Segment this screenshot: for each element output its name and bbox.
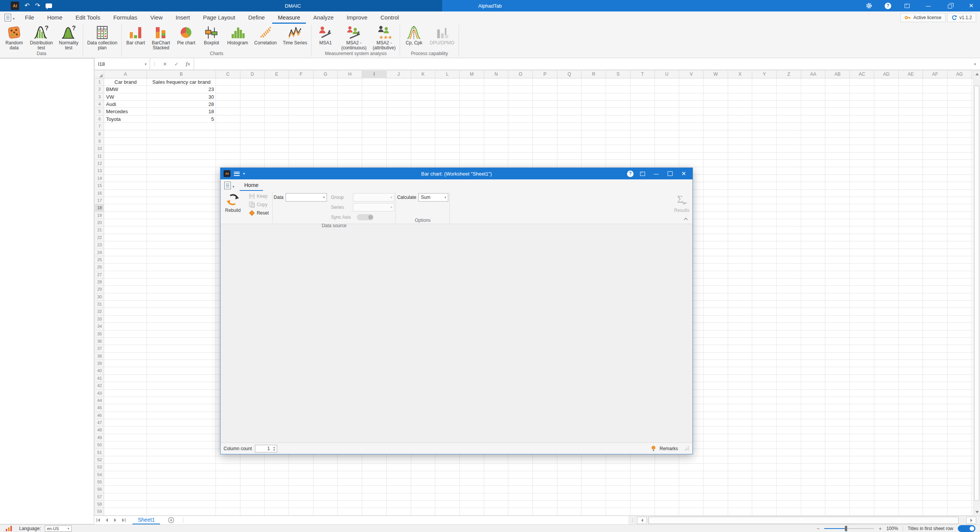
row-header-22[interactable]: 22 [95, 234, 104, 241]
row-header-54[interactable]: 54 [95, 471, 104, 478]
vertical-scroll-thumb[interactable] [974, 86, 979, 501]
file-menu-icon[interactable]: ▾ [5, 14, 15, 22]
msa2-continuous-button[interactable]: MSA2 - (continuous) [338, 24, 369, 50]
tab-analyze[interactable]: Analyze [307, 12, 339, 24]
histogram-button[interactable]: Histogram [224, 24, 251, 46]
vertical-scrollbar[interactable] [974, 71, 980, 516]
settings-gear-icon[interactable] [863, 0, 875, 11]
dialog-maximize-button[interactable] [665, 169, 675, 179]
row-header-3[interactable]: 3 [95, 93, 104, 101]
add-sheet-icon[interactable] [167, 516, 175, 524]
column-header-C[interactable]: C [216, 71, 240, 78]
row-header-15[interactable]: 15 [95, 182, 104, 189]
column-header-W[interactable]: W [704, 71, 728, 78]
dialog-file-menu-icon[interactable]: ▾ [224, 182, 234, 190]
last-sheet-icon[interactable] [119, 516, 128, 524]
spinner-down-icon[interactable]: ▼ [273, 449, 276, 451]
confirm-entry-button[interactable]: ✓ [171, 58, 182, 70]
scroll-right-icon[interactable] [966, 517, 976, 524]
column-header-J[interactable]: J [387, 71, 411, 78]
column-header-AF[interactable]: AF [923, 71, 947, 78]
zoom-slider[interactable] [824, 526, 874, 531]
tab-edit-tools[interactable]: Edit Tools [70, 12, 106, 24]
msa1-button[interactable]: MSA1 [313, 24, 338, 46]
row-header-52[interactable]: 52 [95, 456, 104, 464]
normality-test-button[interactable]: ? Normality test [56, 24, 82, 50]
column-header-Q[interactable]: Q [557, 71, 582, 78]
dialog-titlebar[interactable]: At ▾ Bar chart: (Worksheet "Sheet1") ? —… [220, 168, 693, 179]
row-header-31[interactable]: 31 [95, 301, 104, 308]
dialog-menu-icon[interactable] [234, 172, 240, 176]
tab-page-layout[interactable]: Page Layout [197, 12, 241, 24]
copy-button[interactable]: Copy [249, 201, 269, 208]
tab-control[interactable]: Control [375, 12, 405, 24]
insert-function-button[interactable]: fx [182, 58, 194, 70]
row-header-13[interactable]: 13 [95, 167, 104, 174]
spinner-up-icon[interactable]: ▲ [273, 446, 276, 449]
row-header-36[interactable]: 36 [95, 338, 104, 345]
row-header-20[interactable]: 20 [95, 219, 104, 226]
zoom-in-button[interactable]: + [879, 525, 882, 532]
column-header-L[interactable]: L [435, 71, 460, 78]
column-header-N[interactable]: N [484, 71, 509, 78]
column-header-A[interactable]: A [104, 71, 147, 78]
column-header-E[interactable]: E [265, 71, 289, 78]
data-collection-plan-button[interactable]: Data collection plan [84, 24, 121, 50]
column-header-G[interactable]: G [314, 71, 338, 78]
row-header-49[interactable]: 49 [95, 434, 104, 441]
group-combobox[interactable]: ▾ [353, 193, 394, 202]
row-header-7[interactable]: 7 [95, 123, 104, 130]
column-header-Z[interactable]: Z [777, 71, 801, 78]
grid-cell-B1[interactable]: Sales frequency car brand [147, 78, 216, 86]
msa2-attributive-button[interactable]: ★★★ MSA2 - (attributive) [369, 24, 399, 50]
comment-icon[interactable] [46, 3, 52, 8]
tab-formulas[interactable]: Formulas [108, 12, 143, 24]
column-header-AA[interactable]: AA [801, 71, 826, 78]
column-header-V[interactable]: V [679, 71, 704, 78]
zoom-slider-handle[interactable] [845, 526, 847, 531]
row-header-33[interactable]: 33 [95, 316, 104, 323]
splitter-handle-icon[interactable]: ⋮ [630, 518, 635, 523]
cp-cpk-button[interactable]: Cp, Cpk [401, 24, 426, 46]
column-header-AB[interactable]: AB [826, 71, 850, 78]
dock-window-icon[interactable] [901, 0, 913, 11]
column-header-P[interactable]: P [533, 71, 557, 78]
series-combobox[interactable]: ▾ [353, 203, 394, 211]
row-header-41[interactable]: 41 [95, 375, 104, 382]
column-header-H[interactable]: H [338, 71, 363, 78]
row-header-4[interactable]: 4 [95, 101, 104, 108]
dpu-dpmo-button[interactable]: DPU/DPMO [426, 24, 457, 46]
row-header-14[interactable]: 14 [95, 175, 104, 182]
remarks-label[interactable]: Remarks [660, 446, 678, 451]
row-header-40[interactable]: 40 [95, 367, 104, 374]
barchart-stacked-button[interactable]: BarChart Stacked [148, 24, 173, 50]
zoom-out-button[interactable]: − [817, 525, 820, 532]
rebuild-button[interactable]: Rebuild [222, 191, 244, 213]
row-header-58[interactable]: 58 [95, 501, 104, 508]
prev-sheet-icon[interactable] [103, 516, 111, 524]
column-header-R[interactable]: R [582, 71, 606, 78]
row-header-29[interactable]: 29 [95, 286, 104, 293]
grid-cell-A1[interactable]: Car brand [104, 78, 147, 86]
row-header-18[interactable]: 18 [95, 204, 104, 211]
row-header-39[interactable]: 39 [95, 360, 104, 367]
row-header-10[interactable]: 10 [95, 145, 104, 152]
row-header-12[interactable]: 12 [95, 160, 104, 167]
row-header-25[interactable]: 25 [95, 256, 104, 264]
row-header-59[interactable]: 59 [95, 508, 104, 515]
row-header-45[interactable]: 45 [95, 404, 104, 412]
help-icon[interactable]: ? [885, 3, 891, 9]
next-sheet-icon[interactable] [111, 516, 119, 524]
row-header-38[interactable]: 38 [95, 353, 104, 360]
row-header-6[interactable]: 6 [95, 116, 104, 123]
row-header-1[interactable]: 1 [95, 78, 104, 86]
cancel-entry-button[interactable]: ✕ [159, 58, 171, 70]
row-header-17[interactable]: 17 [95, 197, 104, 204]
row-header-43[interactable]: 43 [95, 390, 104, 397]
row-header-37[interactable]: 37 [95, 345, 104, 352]
column-header-K[interactable]: K [411, 71, 436, 78]
close-button[interactable]: ✕ [965, 0, 977, 11]
tab-insert[interactable]: Insert [170, 12, 196, 24]
scroll-up-icon[interactable] [974, 71, 980, 78]
column-header-X[interactable]: X [728, 71, 753, 78]
